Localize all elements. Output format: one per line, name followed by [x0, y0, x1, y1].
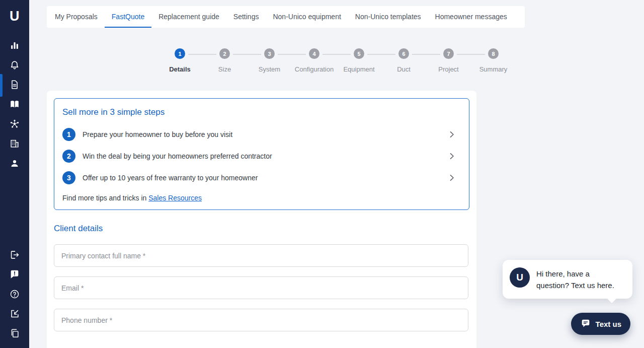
tab-non-unico-templates[interactable]: Non-Unico templates [348, 6, 428, 28]
bell-icon [9, 59, 20, 73]
tab-label: Homeowner messages [435, 13, 507, 21]
tab-my-proposals[interactable]: My Proposals [48, 6, 105, 28]
step-label: Project [438, 65, 458, 73]
tip-text: Offer up to 10 years of free warranty to… [83, 174, 258, 182]
step-number: 3 [264, 48, 275, 59]
step-number: 1 [175, 48, 185, 59]
chevron-right-icon [448, 152, 456, 160]
tab-fastquote[interactable]: FastQuote [105, 6, 151, 28]
step-summary[interactable]: 8 Summary [471, 48, 516, 73]
step-number: 4 [309, 48, 319, 59]
tab-label: Settings [233, 13, 259, 21]
chat-bubble-icon [580, 318, 591, 329]
text-us-button[interactable]: Text us [571, 313, 630, 335]
sidebar-item-open-app[interactable] [0, 305, 29, 324]
document-icon [9, 79, 20, 92]
sidebar: U [0, 0, 29, 348]
arrow-into-app-icon [9, 308, 20, 321]
primary-contact-name-input[interactable] [54, 244, 468, 267]
help-icon [9, 289, 20, 302]
tab-label: My Proposals [55, 13, 98, 21]
step-number: 7 [443, 48, 454, 59]
details-form-panel: Sell more in 3 simple steps 1 Prepare yo… [47, 91, 476, 348]
chat-avatar: U [510, 267, 530, 288]
step-configuration[interactable]: 4 Configuration [292, 48, 337, 73]
logout-icon [9, 249, 20, 262]
chat-greeting-bubble[interactable]: U Hi there, have a question? Text us her… [503, 260, 632, 299]
tab-non-unico-equipment[interactable]: Non-Unico equipment [266, 6, 348, 28]
client-details-heading: Client details [54, 224, 469, 234]
copy-icon [9, 328, 20, 341]
step-label: Details [169, 65, 191, 73]
tab-replacement-guide[interactable]: Replacement guide [151, 6, 226, 28]
tip-row-3[interactable]: 3 Offer up to 10 years of free warranty … [62, 167, 461, 188]
tip-row-1[interactable]: 1 Prepare your homeowner to buy before y… [62, 123, 461, 145]
sidebar-item-analytics[interactable] [0, 36, 29, 56]
step-equipment[interactable]: 5 Equipment [337, 48, 381, 73]
sidebar-item-notifications[interactable] [0, 56, 29, 76]
step-size[interactable]: 2 Size [202, 48, 247, 73]
step-label: Summary [479, 65, 508, 73]
step-number: 6 [398, 48, 409, 59]
sidebar-item-feedback[interactable] [0, 265, 29, 285]
sidebar-item-resources[interactable] [0, 95, 29, 115]
network-hub-icon [9, 118, 20, 131]
sidebar-nav-bottom [0, 246, 29, 344]
step-project[interactable]: 7 Project [426, 48, 471, 73]
tab-bar: My Proposals FastQuote Replacement guide… [47, 6, 525, 28]
tip-number-badge: 2 [62, 150, 75, 163]
step-label: System [259, 65, 280, 73]
chevron-right-icon [448, 174, 456, 182]
step-label: Size [218, 65, 231, 73]
sidebar-item-profile[interactable] [0, 154, 29, 174]
wizard-stepper: 1 Details 2 Size 3 System 4 Configuratio… [29, 48, 644, 73]
phone-number-input[interactable] [54, 309, 468, 331]
sidebar-item-logout[interactable] [0, 246, 29, 265]
sidebar-item-company[interactable] [0, 134, 29, 154]
sidebar-item-help[interactable] [0, 285, 29, 305]
open-book-icon [9, 99, 20, 112]
tip-number-badge: 1 [62, 128, 75, 141]
app-logo: U [10, 2, 20, 30]
building-icon [9, 138, 20, 151]
tips-card-title: Sell more in 3 simple steps [62, 107, 461, 117]
sidebar-item-integrations[interactable] [0, 115, 29, 134]
step-label: Equipment [343, 65, 374, 73]
step-label: Duct [397, 65, 411, 73]
tip-text: Prepare your homeowner to buy before you… [83, 130, 232, 138]
bar-chart-icon [9, 40, 20, 53]
tab-settings[interactable]: Settings [226, 6, 266, 28]
sidebar-item-proposals[interactable] [0, 76, 29, 95]
tip-text: Win the deal by being your homeowners pr… [83, 152, 272, 160]
fastquote-page: U [0, 0, 644, 348]
tab-homeowner-messages[interactable]: Homeowner messages [428, 6, 514, 28]
sales-tips-card: Sell more in 3 simple steps 1 Prepare yo… [54, 98, 469, 210]
tab-label: Non-Unico equipment [273, 13, 341, 21]
feedback-icon [9, 269, 20, 282]
chevron-right-icon [448, 130, 456, 138]
tip-number-badge: 3 [62, 171, 75, 184]
tips-list: 1 Prepare your homeowner to buy before y… [62, 123, 461, 188]
step-system[interactable]: 3 System [247, 48, 292, 73]
person-icon [9, 158, 20, 171]
step-number: 5 [354, 48, 364, 59]
step-label: Configuration [295, 65, 334, 73]
sidebar-nav-top [0, 36, 29, 174]
client-details-form [54, 244, 469, 331]
sidebar-item-copy[interactable] [0, 324, 29, 344]
tab-label: Replacement guide [158, 13, 219, 21]
step-details[interactable]: 1 Details [157, 48, 202, 73]
step-number: 8 [488, 48, 499, 59]
sales-resources-link[interactable]: Sales Resources [148, 194, 202, 202]
email-input[interactable] [54, 276, 468, 299]
tips-footer-text: Find more tips and tricks in [62, 194, 148, 202]
text-us-label: Text us [596, 320, 621, 328]
step-duct[interactable]: 6 Duct [381, 48, 426, 73]
tip-row-2[interactable]: 2 Win the deal by being your homeowners … [62, 145, 461, 167]
chat-message: Hi there, have a question? Text us here. [536, 267, 623, 291]
step-number: 2 [219, 48, 230, 59]
tips-footer: Find more tips and tricks in Sales Resou… [62, 194, 461, 202]
tab-label: FastQuote [112, 13, 144, 21]
tab-label: Non-Unico templates [355, 13, 421, 21]
